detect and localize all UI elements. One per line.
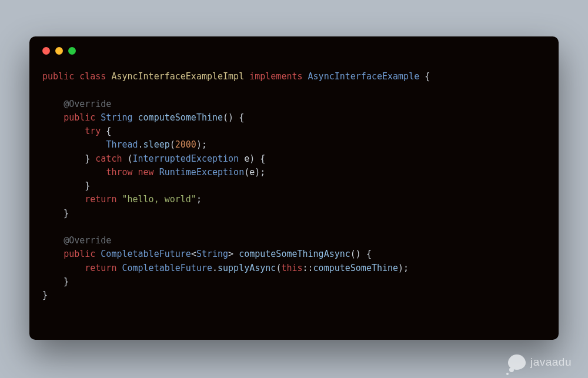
code-token: () {	[223, 112, 244, 123]
code-token	[42, 194, 85, 205]
code-token: }	[42, 290, 48, 300]
code-token: }	[42, 180, 90, 191]
code-token	[42, 235, 64, 246]
code-token: );	[196, 139, 207, 150]
code-token: try	[85, 126, 101, 136]
code-token	[154, 167, 159, 178]
code-token: >	[228, 249, 239, 259]
code-token	[244, 71, 249, 82]
code-token: .	[138, 139, 143, 150]
window-titlebar	[42, 47, 546, 55]
code-token: String	[196, 249, 228, 259]
code-token: e	[249, 167, 255, 178]
code-token: e	[244, 153, 249, 164]
code-token: () {	[350, 249, 372, 259]
code-token: AsyncInterfaceExampleImpl	[111, 71, 244, 82]
code-token	[303, 71, 308, 82]
code-token: computeSomeThingAsync	[239, 249, 350, 259]
code-token: supplyAsync	[218, 263, 276, 273]
code-token: class	[79, 71, 106, 82]
code-token: public	[64, 249, 95, 259]
code-token: InterruptedException	[133, 153, 239, 164]
code-token	[42, 139, 106, 150]
code-token: RuntimeException	[159, 167, 245, 178]
code-token	[42, 99, 64, 109]
code-token: AsyncInterfaceExample	[308, 71, 420, 82]
code-window: public class AsyncInterfaceExampleImpl i…	[29, 36, 559, 340]
code-token: return	[85, 194, 116, 205]
code-token: Thread	[106, 139, 138, 150]
minimize-icon[interactable]	[55, 47, 63, 55]
code-token	[42, 167, 106, 178]
code-token: <	[191, 249, 196, 259]
code-token: );	[398, 263, 409, 273]
wechat-icon	[508, 354, 526, 370]
code-token: (	[122, 153, 132, 164]
code-token: {	[101, 126, 111, 136]
code-token: @Override	[64, 99, 111, 109]
code-token: catch	[95, 153, 122, 164]
code-token	[42, 126, 85, 136]
code-token	[95, 249, 101, 259]
code-token: String	[101, 112, 132, 123]
code-token: public	[64, 112, 95, 123]
code-token	[42, 112, 64, 123]
code-token: @Override	[64, 235, 111, 246]
code-token: .	[212, 263, 218, 273]
code-token	[133, 112, 138, 123]
code-token	[42, 249, 64, 259]
code-token: {	[419, 71, 430, 82]
code-token: this	[281, 263, 302, 273]
code-token	[95, 112, 101, 123]
code-token: CompletableFuture	[101, 249, 191, 259]
code-token: ::	[303, 263, 313, 273]
code-token	[239, 153, 244, 164]
code-token	[74, 71, 79, 82]
code-token: "hello, world"	[122, 194, 196, 205]
zoom-icon[interactable]	[68, 47, 76, 55]
code-token: computeSomeThine	[313, 263, 399, 273]
code-token: 2000	[175, 139, 196, 150]
code-token: throw	[106, 167, 132, 178]
code-token: (	[244, 167, 249, 178]
code-token: implements	[249, 71, 302, 82]
close-icon[interactable]	[42, 47, 50, 55]
code-token	[133, 167, 138, 178]
code-token: ;	[196, 194, 202, 205]
code-token: CompletableFuture	[122, 263, 212, 273]
code-token: );	[255, 167, 265, 178]
code-token: public	[42, 71, 74, 82]
code-token: computeSomeThine	[138, 112, 223, 123]
code-token: new	[138, 167, 154, 178]
code-token: sleep	[143, 139, 170, 150]
code-token: }	[42, 153, 95, 164]
code-token: ) {	[249, 153, 265, 164]
watermark: javaadu	[508, 354, 572, 370]
code-token: }	[42, 208, 69, 219]
code-token	[42, 263, 85, 273]
code-token: (	[170, 139, 175, 150]
code-block: public class AsyncInterfaceExampleImpl i…	[42, 70, 546, 302]
watermark-label: javaadu	[530, 356, 572, 369]
code-token: return	[85, 263, 116, 273]
code-token: }	[42, 276, 69, 287]
